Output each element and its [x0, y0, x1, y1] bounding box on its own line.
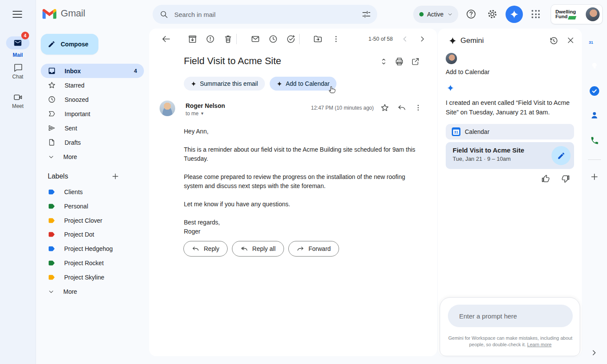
history-icon[interactable]: [549, 36, 558, 46]
contacts-app-icon[interactable]: [590, 110, 599, 120]
sender-avatar[interactable]: [160, 101, 175, 116]
sidebar-item-starred[interactable]: Starred: [41, 78, 144, 92]
calendar-event-card[interactable]: Field Visit to Acme Site Tue, Jan 21 · 9…: [446, 142, 574, 169]
forward-button[interactable]: Forward: [288, 241, 339, 257]
meet-icon[interactable]: [13, 92, 23, 102]
open-in-new-icon[interactable]: [411, 57, 420, 66]
summarize-email-chip[interactable]: Summarize this email: [184, 77, 265, 91]
prompt-input-pill[interactable]: [448, 305, 573, 327]
sidebar-label-project-skyline[interactable]: Project Skyline: [41, 270, 144, 284]
snooze-icon[interactable]: [268, 34, 278, 44]
star-email-icon[interactable]: [380, 103, 389, 112]
tasks-app-icon[interactable]: [590, 86, 599, 96]
gemini-response-sparkle-icon: [447, 84, 454, 92]
forward-icon: [297, 245, 304, 253]
reply-actions: Reply Reply all Forward: [183, 241, 339, 257]
edit-event-button[interactable]: [552, 146, 571, 165]
newer-page-icon[interactable]: [400, 34, 410, 44]
org-logo-shape: [568, 16, 577, 20]
learn-more-link[interactable]: Learn more: [527, 342, 552, 347]
toolbar-divider: [299, 34, 300, 44]
user-avatar: [446, 53, 457, 64]
close-icon[interactable]: [566, 36, 575, 45]
label-tag-icon: [48, 188, 55, 196]
sidebar-item-important[interactable]: Important: [41, 107, 144, 121]
gemini-toggle-button[interactable]: [506, 6, 523, 23]
sidebar-item-inbox[interactable]: Inbox 4: [41, 64, 144, 78]
help-icon[interactable]: [466, 9, 476, 20]
move-to-icon[interactable]: [313, 34, 323, 44]
delete-icon[interactable]: [223, 34, 233, 44]
user-avatar[interactable]: [586, 7, 600, 21]
rail-meet-label[interactable]: Meet: [0, 103, 36, 109]
rail-chat-label[interactable]: Chat: [0, 74, 36, 80]
hand-cursor: [328, 85, 337, 94]
sidebar-label-project-dot[interactable]: Project Dot: [41, 227, 144, 241]
search-input[interactable]: [173, 10, 362, 19]
label-tag-icon: [48, 273, 55, 281]
settings-gear-icon[interactable]: [487, 9, 498, 20]
label-tag-icon: [48, 217, 55, 224]
recipient-dropdown[interactable]: to me▼: [186, 110, 225, 117]
inbox-icon: [48, 67, 56, 75]
sidebar-label-personal[interactable]: Personal: [41, 199, 144, 213]
sender-block: Roger Nelson to me▼: [186, 102, 225, 117]
sparkle-icon: [277, 81, 282, 87]
report-spam-icon[interactable]: [205, 34, 215, 44]
inbox-count: 4: [134, 68, 137, 74]
more-options-icon[interactable]: [414, 103, 423, 112]
hamburger-menu-icon[interactable]: [13, 11, 22, 18]
compose-button[interactable]: Compose: [41, 34, 98, 55]
body-paragraph: This is a reminder about our field visit…: [184, 145, 420, 163]
thumbs-up-icon[interactable]: [541, 174, 550, 183]
sidebar-label-clients[interactable]: Clients: [41, 185, 144, 199]
gemini-response-text: I created an event called “Field Visit t…: [446, 98, 575, 117]
mark-unread-icon[interactable]: [250, 34, 261, 44]
status-active-dot: [419, 12, 424, 16]
sidebar-label-project-clover[interactable]: Project Clover: [41, 213, 144, 228]
sidebar-labels-more[interactable]: More: [41, 284, 144, 299]
mail-icon: [13, 39, 22, 47]
thumbs-down-icon[interactable]: [561, 174, 570, 183]
body-paragraph: Hey Ann,: [184, 127, 420, 136]
print-icon[interactable]: [395, 57, 404, 66]
add-to-calendar-chip[interactable]: Add to Calendar: [270, 77, 336, 91]
search-filters-icon[interactable]: [362, 10, 371, 19]
mail-reading-pane: 1-50 of 58 Field Visit to Acme Site Summ…: [149, 29, 437, 356]
reply-icon[interactable]: [397, 103, 406, 112]
sidebar-item-sent[interactable]: Sent: [41, 121, 144, 135]
prompt-input[interactable]: [448, 312, 573, 320]
sidebar-item-snoozed[interactable]: Snoozed: [41, 92, 144, 107]
email-subject: Field Visit to Acme Site: [184, 55, 281, 67]
sidebar-label-project-hedgehog[interactable]: Project Hedgehog: [41, 241, 144, 256]
gemini-sparkle-icon: [448, 36, 457, 45]
add-to-tasks-icon[interactable]: [286, 34, 296, 44]
reply-all-icon: [240, 245, 248, 253]
apps-grid-icon[interactable]: [532, 10, 540, 19]
mail-unread-badge: 4: [21, 32, 29, 39]
account-badge[interactable]: DwellingFund: [551, 4, 603, 24]
back-icon[interactable]: [161, 34, 171, 44]
reply-all-button[interactable]: Reply all: [232, 241, 284, 257]
expand-all-icon[interactable]: [379, 57, 388, 66]
sidebar-item-more[interactable]: More: [41, 150, 144, 164]
gmail-app: 4 Mail Chat Meet Gmail Active DwellingFu…: [0, 0, 607, 364]
search-bar[interactable]: [153, 5, 377, 24]
older-page-icon[interactable]: [417, 34, 428, 44]
sidebar-label-project-rocket[interactable]: Project Rocket: [41, 256, 144, 270]
search-icon[interactable]: [160, 10, 168, 19]
voice-app-icon[interactable]: [590, 136, 599, 145]
more-options-icon[interactable]: [331, 34, 341, 44]
calendar-chip-label: Calendar: [465, 128, 490, 135]
sidebar-item-drafts[interactable]: Drafts: [41, 135, 144, 150]
archive-icon[interactable]: [187, 34, 198, 44]
gmail-logo: Gmail: [42, 8, 85, 19]
add-label-icon[interactable]: [93, 172, 138, 181]
reply-button[interactable]: Reply: [183, 241, 228, 257]
add-side-panel-app-icon[interactable]: [590, 172, 599, 182]
send-icon: [48, 124, 56, 132]
collapse-side-panel-icon[interactable]: [590, 348, 598, 357]
calendar-source-chip[interactable]: 31 Calendar: [446, 124, 574, 140]
chat-icon[interactable]: [13, 63, 23, 72]
status-dropdown[interactable]: Active: [413, 6, 458, 23]
